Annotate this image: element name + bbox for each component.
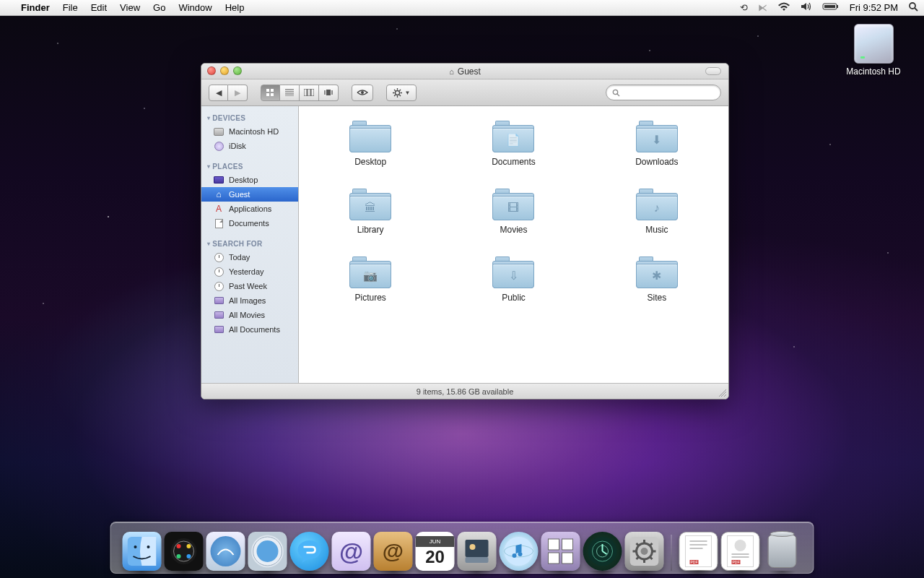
sidebar-item-all-images[interactable]: All Images [201, 293, 298, 308]
dock-mail[interactable] [206, 532, 245, 571]
wifi-menu-icon[interactable] [777, 2, 790, 14]
home-icon: ⌂ [449, 67, 454, 76]
svg-rect-53 [562, 553, 573, 564]
toolbar-toggle-button[interactable] [705, 67, 721, 75]
dock-safari[interactable] [248, 532, 287, 571]
content-area[interactable]: Desktop📄Documents⬇Downloads🏛Library🎞Movi… [299, 106, 728, 383]
spotlight-menu-icon[interactable] [908, 1, 918, 14]
dock-document-1[interactable]: PDF [679, 532, 718, 571]
folder-library[interactable]: 🏛Library [349, 187, 391, 235]
sidebar-item-applications[interactable]: AApplications [201, 202, 298, 216]
svg-point-48 [513, 553, 517, 558]
folder-public[interactable]: ⇩Public [492, 255, 534, 303]
folder-icon: ✱ [636, 255, 678, 288]
svg-rect-15 [311, 89, 314, 96]
folder-icon: 🎞 [492, 187, 534, 220]
menu-view[interactable]: View [113, 0, 147, 16]
svg-rect-52 [549, 553, 559, 564]
action-menu-button[interactable]: ▼ [386, 85, 417, 101]
icon-view-button[interactable] [261, 85, 280, 101]
sidebar-item-guest[interactable]: ⌂Guest [201, 187, 298, 202]
clock-icon [214, 282, 224, 291]
menu-window[interactable]: Window [172, 0, 218, 16]
menu-app-name[interactable]: Finder [14, 0, 56, 16]
folder-label: Desktop [354, 157, 386, 167]
sidebar-item-past-week[interactable]: Past Week [201, 279, 298, 293]
menu-clock[interactable]: Fri 9:52 PM [850, 2, 898, 13]
sidebar-item-idisk[interactable]: iDisk [201, 139, 298, 153]
dock-time-machine[interactable] [583, 532, 622, 571]
menu-help[interactable]: Help [219, 0, 251, 16]
volume-menu-icon[interactable] [801, 2, 812, 13]
bluetooth-menu-icon[interactable]: ⧔ [758, 2, 767, 13]
folder-sites[interactable]: ✱Sites [636, 255, 678, 303]
search-field[interactable] [606, 85, 721, 100]
resize-grip[interactable] [718, 388, 726, 397]
minimize-button[interactable] [220, 66, 229, 75]
time-machine-menu-icon[interactable]: ⟲ [740, 2, 748, 13]
zoom-button[interactable] [233, 66, 242, 75]
sidebar-item-desktop[interactable]: Desktop [201, 173, 298, 187]
back-button[interactable]: ◀ [209, 85, 228, 101]
list-view-button[interactable] [280, 85, 300, 101]
desktop-icon-macintosh-hd[interactable]: Macintosh HD [841, 24, 906, 77]
dock-itunes[interactable] [500, 532, 539, 571]
window-titlebar[interactable]: ⌂ Guest [201, 64, 728, 79]
svg-line-28 [399, 90, 401, 91]
dock-document-2[interactable]: PDF [721, 532, 760, 571]
dock-ical[interactable]: JUN 20 [416, 532, 455, 571]
folder-downloads[interactable]: ⬇Downloads [635, 119, 678, 167]
coverflow-view-button[interactable] [319, 85, 339, 101]
folder-icon: ⇩ [492, 255, 534, 288]
sidebar-header-places[interactable]: Places [201, 159, 298, 173]
svg-rect-50 [549, 539, 559, 550]
dock-trash[interactable] [763, 532, 802, 571]
sidebar-item-documents[interactable]: Documents [201, 216, 298, 230]
folder-pictures[interactable]: 📷Pictures [349, 255, 391, 303]
sidebar-item-today[interactable]: Today [201, 250, 298, 264]
sidebar: Devices Macintosh HD iDisk Places Deskto… [201, 106, 299, 383]
sidebar-header-search[interactable]: Search For [201, 236, 298, 250]
dock-finder[interactable] [123, 532, 162, 571]
dock-spaces[interactable] [541, 532, 580, 571]
status-bar: 9 items, 15.86 GB available [201, 383, 728, 399]
dock-separator [671, 535, 672, 571]
menu-file[interactable]: File [56, 0, 84, 16]
column-view-button[interactable] [300, 85, 319, 101]
folder-desktop[interactable]: Desktop [349, 119, 391, 167]
dock-address[interactable]: @ [332, 532, 371, 571]
window-toolbar: ◀ ▶ ▼ [201, 79, 728, 106]
sidebar-item-yesterday[interactable]: Yesterday [201, 264, 298, 279]
menu-edit[interactable]: Edit [84, 0, 113, 16]
sidebar-item-all-movies[interactable]: All Movies [201, 308, 298, 322]
search-input[interactable] [623, 88, 715, 97]
sidebar-header-devices[interactable]: Devices [201, 111, 298, 124]
forward-button[interactable]: ▶ [228, 85, 248, 101]
sidebar-item-all-documents[interactable]: All Documents [201, 322, 298, 337]
close-button[interactable] [207, 66, 216, 75]
svg-point-75 [735, 540, 746, 551]
quick-look-button[interactable] [352, 85, 373, 101]
dock-dashboard[interactable] [165, 532, 204, 571]
dock: @ @ JUN 20 PDF PDF [110, 522, 814, 574]
dock-preview[interactable] [458, 532, 497, 571]
dock-ichat[interactable] [290, 532, 329, 571]
hard-drive-icon [854, 24, 894, 64]
folder-music[interactable]: ♪Music [636, 187, 678, 235]
svg-point-3 [910, 3, 915, 9]
battery-menu-icon[interactable] [822, 2, 840, 13]
clock-icon [214, 253, 224, 262]
dock-address-book[interactable]: @ [374, 532, 413, 571]
dock-system-preferences[interactable] [625, 532, 664, 571]
folder-movies[interactable]: 🎞Movies [492, 187, 534, 235]
menu-go[interactable]: Go [147, 0, 172, 16]
svg-point-49 [518, 552, 523, 556]
sidebar-item-macintosh-hd[interactable]: Macintosh HD [201, 124, 298, 139]
svg-point-39 [187, 554, 191, 558]
desktop-icon [214, 176, 224, 184]
idisk-icon [214, 142, 224, 151]
traffic-lights [207, 66, 242, 75]
svg-rect-51 [562, 539, 573, 550]
folder-documents[interactable]: 📄Documents [492, 119, 536, 167]
folder-label: Public [502, 293, 526, 303]
